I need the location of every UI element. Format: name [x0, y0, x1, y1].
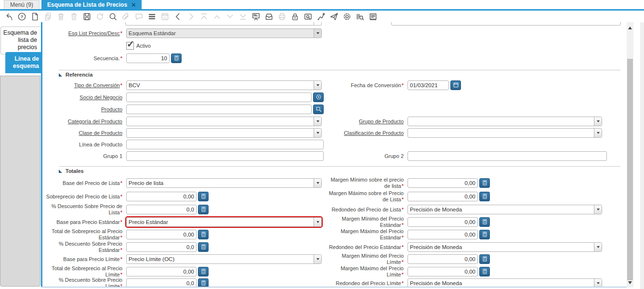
partial-scrolled-field: [391, 22, 621, 26]
help-icon[interactable]: ?: [17, 12, 26, 21]
scrollbar-thumb[interactable]: [627, 59, 633, 280]
vertical-scrollbar[interactable]: [627, 22, 633, 288]
parent-record-icon[interactable]: [173, 12, 183, 21]
sobreprecio-lista-calculator-button[interactable]: [198, 192, 209, 201]
margen-max-limite-input[interactable]: [407, 267, 478, 276]
grupo-2-input[interactable]: [407, 151, 607, 161]
product-info-icon[interactable]: [355, 12, 365, 21]
base-precio-lista-combobox[interactable]: Precio de lista: [126, 178, 322, 188]
dropdown-arrow-icon[interactable]: [594, 205, 602, 214]
clase-producto-label[interactable]: Clase de Producto: [79, 130, 123, 136]
descuento-estandar-input[interactable]: [126, 242, 197, 252]
print-icon: [277, 12, 287, 21]
dropdown-arrow-icon[interactable]: [314, 117, 321, 126]
descuento-estandar-label: % Descuento Sobre Precio Estándar: [59, 241, 122, 253]
dropdown-arrow-icon[interactable]: [594, 129, 602, 137]
grupo-producto-label[interactable]: Grupo de Producto: [359, 118, 404, 124]
secuencia-input[interactable]: [126, 53, 170, 63]
sobreprecio-limite-calculator-button[interactable]: [198, 267, 209, 276]
linea-producto-input[interactable]: [126, 140, 324, 149]
section-header-referencia[interactable]: Referencia: [59, 71, 92, 78]
scroll-down-icon[interactable]: [628, 281, 632, 284]
margen-max-lista-calculator-button[interactable]: [479, 192, 490, 201]
descuento-lista-input[interactable]: [126, 205, 197, 214]
request-icon[interactable]: [329, 12, 339, 21]
section-header-totales[interactable]: Totales: [59, 168, 84, 174]
descuento-estandar-calculator-button[interactable]: [198, 242, 209, 252]
sobreprecio-limite-label: Total de Sobreprecio al Precio Límite: [52, 265, 122, 277]
secuencia-calculator-button[interactable]: [171, 53, 182, 63]
margen-min-limite-calculator-button[interactable]: [479, 254, 490, 264]
producto-product-search-button[interactable]: [313, 105, 324, 114]
descuento-limite-input[interactable]: [126, 278, 197, 287]
categoria-producto-label[interactable]: Categoría del Producto: [68, 118, 122, 124]
margen-min-limite-input[interactable]: [407, 254, 478, 264]
tab-esquema-lista-precios[interactable]: Esquema de Lista de Precios ×: [41, 0, 142, 9]
sobreprecio-limite-input[interactable]: [126, 267, 197, 276]
margen-max-estandar-calculator-button[interactable]: [479, 230, 490, 239]
margen-min-lista-input[interactable]: [407, 178, 478, 188]
find-icon[interactable]: [108, 12, 118, 21]
base-precio-estandar-combobox[interactable]: Precio Estándar: [126, 217, 322, 227]
sidebar-tab-linea-esquema[interactable]: Línea de esquema: [5, 52, 42, 73]
tab-menu[interactable]: Menú (9): [4, 0, 39, 9]
fecha-conversion-calendar-button[interactable]: [450, 80, 461, 90]
clase-producto-combobox[interactable]: [126, 128, 322, 138]
activo-checkbox[interactable]: ✓: [126, 42, 134, 50]
tipo-conversion-combobox[interactable]: BCV: [126, 80, 322, 90]
redondeo-estandar-combobox[interactable]: Precisión de Moneda: [407, 242, 602, 252]
sobreprecio-estandar-input[interactable]: [126, 230, 197, 239]
dropdown-arrow-icon[interactable]: [314, 179, 321, 187]
dropdown-arrow-icon[interactable]: [314, 29, 321, 38]
dropdown-arrow-icon[interactable]: [314, 129, 321, 137]
workflow-icon[interactable]: [316, 12, 326, 21]
grupo-producto-combobox[interactable]: [407, 117, 602, 126]
dropdown-arrow-icon[interactable]: [314, 81, 321, 90]
fecha-conversion-input[interactable]: [407, 80, 449, 90]
base-precio-limite-combobox[interactable]: Precio Límite (OC): [126, 254, 322, 264]
clasificacion-producto-value: [408, 129, 594, 137]
grupo-1-input[interactable]: [126, 151, 324, 161]
report-icon[interactable]: [251, 12, 261, 21]
categoria-producto-combobox[interactable]: [126, 117, 322, 126]
grid-toggle-icon[interactable]: [147, 12, 157, 21]
sobreprecio-lista-input[interactable]: [126, 192, 197, 201]
archive-icon[interactable]: [264, 12, 274, 21]
socio-negocio-bpartner-search-button[interactable]: [313, 92, 324, 102]
producto-input[interactable]: [126, 105, 312, 114]
margen-min-estandar-calculator-button[interactable]: [479, 217, 490, 227]
sidebar-tab-esquema-lista-precios[interactable]: Esquema de lista de precios: [0, 26, 40, 54]
undo-icon[interactable]: [4, 12, 13, 21]
margen-max-estandar-input[interactable]: [407, 230, 478, 239]
save-icon[interactable]: [82, 12, 92, 21]
dropdown-arrow-icon[interactable]: [594, 117, 602, 126]
producto-label[interactable]: Producto: [101, 106, 122, 112]
esq-list-precios-combobox[interactable]: Esquema Estándar: [126, 28, 322, 38]
tipo-conversion-label[interactable]: Tipo de Conversión: [74, 82, 120, 88]
dropdown-arrow-icon[interactable]: [314, 255, 321, 263]
zoom-across-icon[interactable]: [303, 12, 313, 21]
lock-icon[interactable]: [290, 12, 300, 21]
margen-min-lista-calculator-button[interactable]: [479, 178, 490, 188]
clasificacion-producto-label[interactable]: Clasificación de Producto: [344, 130, 404, 136]
descuento-lista-calculator-button[interactable]: [198, 205, 209, 214]
close-tab-icon[interactable]: ×: [131, 1, 136, 8]
esq-list-precios-label[interactable]: Esq List Precios/Desc: [68, 30, 120, 36]
socio-negocio-input[interactable]: [126, 92, 312, 102]
clasificacion-producto-combobox[interactable]: [407, 128, 602, 138]
descuento-limite-calculator-button[interactable]: [198, 278, 209, 287]
margen-min-estandar-input[interactable]: [407, 217, 478, 227]
preference-icon[interactable]: [342, 12, 352, 21]
scroll-up-icon[interactable]: [628, 26, 632, 29]
redondeo-lista-combobox[interactable]: Precisión de Moneda: [407, 205, 602, 214]
dropdown-arrow-icon[interactable]: [594, 279, 602, 287]
quick-form-icon[interactable]: [368, 12, 378, 21]
dropdown-arrow-icon[interactable]: [594, 243, 602, 251]
margen-max-lista-input[interactable]: [407, 192, 478, 201]
dropdown-arrow-icon[interactable]: [314, 218, 321, 226]
new-record-icon[interactable]: [30, 12, 39, 21]
redondeo-limite-combobox[interactable]: Precisión de Moneda: [407, 278, 602, 287]
margen-max-limite-calculator-button[interactable]: [479, 267, 490, 276]
sobreprecio-estandar-calculator-button[interactable]: [198, 230, 209, 239]
socio-negocio-label[interactable]: Socio del Negocio: [79, 94, 122, 100]
